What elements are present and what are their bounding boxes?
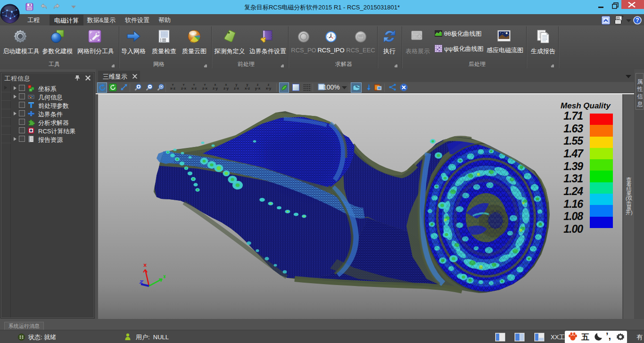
svg-text:?: ? (636, 17, 639, 24)
